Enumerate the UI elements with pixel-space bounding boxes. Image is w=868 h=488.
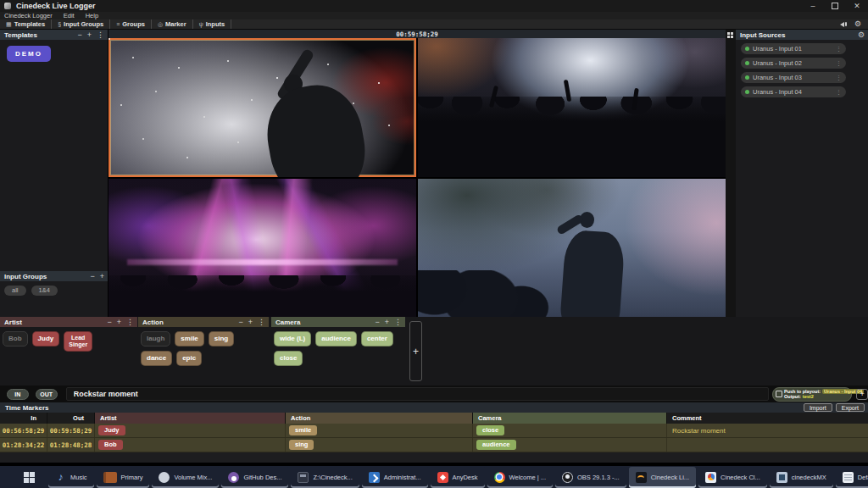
gear-icon[interactable]: ⚙ — [854, 20, 861, 28]
multiview-layout-icon[interactable] — [727, 32, 734, 39]
marker-comment-input[interactable] — [66, 387, 769, 401]
export-button[interactable]: Export — [836, 403, 865, 412]
menu-cinedeck-logger[interactable]: Cinedeck Logger — [4, 12, 53, 19]
app-icon — [843, 472, 854, 483]
camera-tag-center[interactable]: center — [361, 331, 393, 347]
import-button[interactable]: Import — [804, 403, 832, 412]
template-demo-button[interactable]: DEMO — [7, 46, 51, 62]
taskbar-app[interactable]: OBS 29.1.3 -... — [555, 467, 626, 488]
action-panel: Action − + ⋮ laugh smile sing dance epic — [138, 317, 269, 385]
collapse-icon[interactable]: − — [90, 271, 94, 281]
taskbar-app[interactable]: Cinedeck Li... — [629, 467, 696, 488]
close-button[interactable]: ✕ — [846, 0, 868, 12]
action-tag-dance[interactable]: dance — [141, 351, 172, 366]
panel-menu-icon[interactable]: ⋮ — [126, 317, 134, 327]
speaker-icon[interactable] — [837, 22, 847, 27]
camera-chip: audience — [476, 440, 516, 450]
item-menu-icon[interactable]: ⋮ — [836, 89, 842, 96]
toolbar-groups-button[interactable]: ≡ Groups — [110, 19, 152, 29]
taskbar-app[interactable]: Z:\Cinedeck... — [291, 467, 359, 488]
add-tag-group-button[interactable]: + — [409, 321, 422, 381]
camera-tag-wide-l[interactable]: wide (L) — [274, 331, 311, 347]
taskbar-app[interactable]: Administrat... — [362, 467, 428, 488]
mark-in-button[interactable]: IN — [7, 389, 29, 400]
video-feed-3[interactable] — [108, 179, 416, 317]
video-feed-2[interactable] — [418, 38, 726, 177]
taskbar-app[interactable]: cinedeckMX — [770, 467, 833, 488]
time-marker-row[interactable]: 00:56:58;29 00:59:58;29 Judy smile close… — [0, 424, 868, 438]
app-icon — [228, 472, 239, 483]
add-icon[interactable]: + — [87, 30, 92, 40]
templates-icon: ▦ — [6, 21, 12, 28]
taskbar-app[interactable]: GitHub Des... — [221, 467, 288, 488]
input-source-item[interactable]: Uranus - Input 03 ⋮ — [741, 72, 846, 83]
playout-badge[interactable]: Push to playout: Uranus - Input 04 Outpu… — [772, 387, 852, 402]
time-markers-rows: 00:56:58;29 00:59:58;29 Judy smile close… — [0, 424, 868, 452]
app-icon — [103, 472, 117, 483]
panel-menu-icon[interactable]: ⋮ — [394, 317, 402, 327]
input-group-tag-all[interactable]: all — [4, 286, 26, 296]
toolbar-templates-button[interactable]: ▦ Templates — [0, 19, 52, 29]
stage-glow — [127, 259, 398, 265]
taskbar-app[interactable]: Primary — [97, 467, 150, 488]
input-group-tag-1and4[interactable]: 1&4 — [31, 286, 58, 296]
artist-tag-judy[interactable]: Judy — [32, 331, 60, 347]
menu-edit[interactable]: Edit — [64, 12, 75, 19]
toolbar-marker-button[interactable]: ◎ Marker — [152, 19, 193, 29]
column-header-out: Out — [47, 413, 95, 424]
panel-menu-icon[interactable]: ⋮ — [97, 30, 104, 40]
app-icon — [437, 472, 448, 483]
camera-tag-close[interactable]: close — [274, 351, 303, 366]
action-tag-laugh[interactable]: laugh — [141, 331, 170, 347]
status-dot — [745, 75, 749, 80]
action-tag-sing[interactable]: sing — [209, 331, 234, 347]
taskbar-app[interactable]: Volume Mix... — [152, 467, 219, 488]
toolbar-inputs-button[interactable]: ψ Inputs — [193, 19, 232, 29]
toolbar-input-groups-button[interactable]: § Input Groups — [52, 19, 110, 29]
taskbar-app[interactable]: AnyDesk — [431, 467, 485, 488]
item-menu-icon[interactable]: ⋮ — [836, 75, 842, 81]
input-source-item[interactable]: Uranus - Input 01 ⋮ — [741, 43, 846, 54]
artist-tag-lead-singer[interactable]: Lead Singer — [64, 331, 92, 352]
panel-menu-icon[interactable]: ⋮ — [258, 317, 265, 327]
crowd-silhouette — [418, 97, 726, 177]
column-header-camera: Camera — [473, 413, 667, 424]
maximize-button[interactable] — [824, 0, 846, 12]
input-sources-title: Input Sources — [740, 31, 785, 39]
action-tag-epic[interactable]: epic — [176, 351, 202, 366]
add-icon[interactable]: + — [100, 271, 104, 281]
minimize-button[interactable]: – — [802, 0, 824, 12]
collapse-icon[interactable]: − — [77, 30, 81, 40]
taskbar-app[interactable]: Cinedeck Cl... — [698, 467, 767, 488]
add-icon[interactable]: + — [248, 317, 253, 327]
mark-out-button[interactable]: OUT — [36, 389, 58, 400]
marker-out-timecode: 00:59:58;29 — [50, 427, 92, 435]
artist-tag-bob[interactable]: Bob — [3, 331, 28, 347]
video-feed-4[interactable] — [418, 179, 726, 317]
add-icon[interactable]: + — [385, 317, 389, 327]
add-icon[interactable]: + — [117, 317, 121, 327]
collapse-icon[interactable]: − — [107, 317, 111, 327]
input-source-item[interactable]: Uranus - Input 02 ⋮ — [741, 58, 846, 69]
input-source-item[interactable]: Uranus - Input 04 ⋮ — [741, 86, 846, 97]
action-chip: smile — [289, 425, 317, 435]
action-tag-smile[interactable]: smile — [175, 331, 203, 347]
artist-panel-title: Artist — [4, 319, 22, 326]
item-menu-icon[interactable]: ⋮ — [836, 46, 842, 53]
collapse-icon[interactable]: − — [375, 317, 379, 327]
taskbar-app[interactable]: Welcome | ... — [487, 467, 554, 488]
viewer-gutter — [726, 30, 736, 317]
app-icon — [636, 472, 647, 483]
collapse-icon[interactable]: − — [238, 317, 242, 327]
taskbar-app[interactable]: Default_Inp... — [836, 467, 868, 488]
time-marker-row[interactable]: 01:28:34;22 01:28:48;28 Bob sing audienc… — [0, 438, 868, 452]
camera-tag-audience[interactable]: audience — [315, 331, 357, 347]
taskbar-app[interactable]: ♪ Music — [48, 467, 94, 488]
item-menu-icon[interactable]: ⋮ — [836, 60, 842, 67]
add-playout-button[interactable]: + — [856, 389, 868, 400]
video-feed-1-selected[interactable] — [108, 38, 416, 177]
taskbar: ♪ Music Primary Volume Mix... GitHub Des… — [0, 466, 868, 488]
gear-icon[interactable]: ⚙ — [858, 31, 865, 39]
menu-help[interactable]: Help — [86, 12, 98, 19]
start-button[interactable] — [24, 472, 35, 483]
